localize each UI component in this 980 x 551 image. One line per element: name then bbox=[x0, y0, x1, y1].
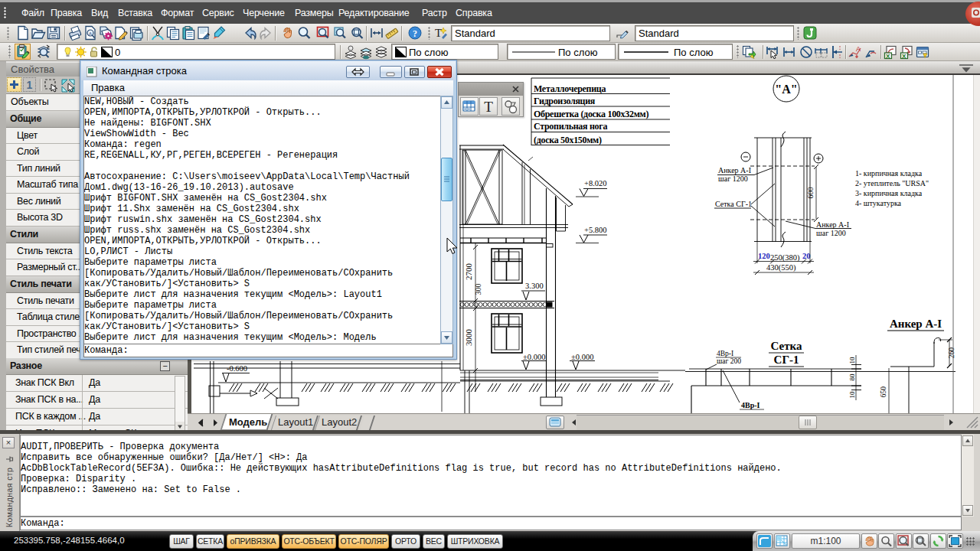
svg-text:шаг 200: шаг 200 bbox=[717, 357, 741, 365]
svg-text:(доска 50х150мм): (доска 50х150мм) bbox=[534, 135, 602, 145]
svg-text:10: 10 bbox=[848, 391, 856, 399]
svg-text:Анкер А-I: Анкер А-I bbox=[816, 220, 849, 229]
svg-text:X: X bbox=[886, 53, 890, 60]
svg-text:?: ? bbox=[413, 28, 417, 39]
svg-text:3000: 3000 bbox=[464, 329, 473, 347]
svg-text:T: T bbox=[484, 99, 493, 115]
svg-text:Металлочерепица: Металлочерепица bbox=[534, 83, 606, 94]
svg-text:3.300: 3.300 bbox=[525, 282, 544, 290]
svg-text:1: 1 bbox=[27, 79, 33, 91]
svg-text:Стропильная нога: Стропильная нога bbox=[534, 121, 607, 132]
svg-text:Гидроизоляция: Гидроизоляция bbox=[534, 96, 596, 106]
svg-text:A: A bbox=[89, 31, 92, 36]
svg-text:2700: 2700 bbox=[464, 263, 473, 281]
svg-text:260: 260 bbox=[948, 347, 956, 359]
svg-text:Обрешетка (доска 100х32мм): Обрешетка (доска 100х32мм) bbox=[534, 109, 648, 119]
svg-text:+8.020: +8.020 bbox=[584, 179, 607, 187]
svg-text:650: 650 bbox=[880, 386, 887, 398]
svg-text:430(550): 430(550) bbox=[766, 263, 796, 272]
svg-text:3- кирпичная кладка: 3- кирпичная кладка bbox=[855, 189, 923, 197]
svg-text:±0.000: ±0.000 bbox=[571, 353, 593, 361]
svg-text:шаг 1200: шаг 1200 bbox=[718, 174, 748, 183]
svg-text:2- утеплитель "URSA": 2- утеплитель "URSA" bbox=[855, 179, 929, 187]
svg-text:T: T bbox=[435, 27, 442, 39]
svg-text:X: X bbox=[902, 53, 906, 60]
svg-text:СГ-1: СГ-1 bbox=[774, 354, 799, 366]
svg-text:±0.000: ±0.000 bbox=[523, 353, 545, 361]
svg-text:4Вр-I: 4Вр-I bbox=[717, 350, 733, 357]
svg-text:4Вр-I: 4Вр-I bbox=[741, 401, 760, 409]
svg-text:A: A bbox=[856, 45, 861, 53]
svg-text:300: 300 bbox=[474, 284, 482, 295]
svg-text:20: 20 bbox=[802, 252, 811, 260]
svg-text:1- кирпичная кладка: 1- кирпичная кладка bbox=[855, 169, 923, 178]
svg-text:600: 600 bbox=[806, 187, 815, 199]
svg-text:Анкер А-I: Анкер А-I bbox=[718, 166, 751, 174]
svg-text:Сетка СГ-1: Сетка СГ-1 bbox=[715, 200, 752, 208]
svg-text:-0.600: -0.600 bbox=[227, 364, 247, 373]
svg-text:+5.800: +5.800 bbox=[584, 226, 607, 234]
svg-text:Сетка: Сетка bbox=[771, 340, 802, 352]
svg-text:4- штукатурка: 4- штукатурка bbox=[855, 199, 902, 207]
svg-text:шаг 1200: шаг 1200 bbox=[816, 229, 846, 237]
svg-text:80: 80 bbox=[848, 373, 856, 381]
svg-text:Анкер А-I: Анкер А-I bbox=[890, 318, 942, 330]
svg-text:10: 10 bbox=[848, 357, 856, 364]
svg-text:"А": "А" bbox=[775, 83, 797, 96]
svg-text:120: 120 bbox=[758, 252, 770, 260]
